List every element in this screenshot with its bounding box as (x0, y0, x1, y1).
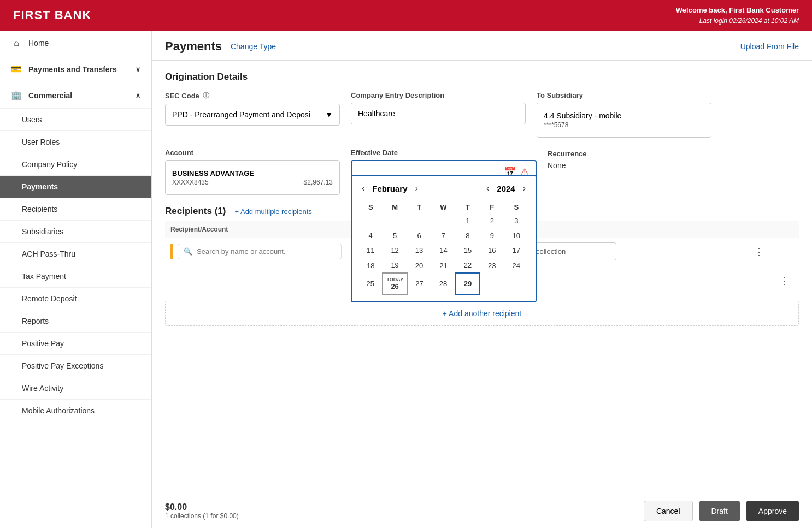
calendar-day-16[interactable]: 16 (480, 243, 504, 258)
calendar-day-18[interactable]: 18 (358, 258, 383, 273)
main-content: Payments Change Type Upload From File Or… (152, 31, 812, 528)
approve-button[interactable]: Approve (746, 501, 799, 521)
calendar-day-5[interactable]: 5 (383, 228, 407, 243)
calendar-day-4[interactable]: 4 (358, 228, 383, 243)
add-recipient-button[interactable]: + Add another recipient (165, 301, 799, 326)
calendar-day-10[interactable]: 10 (504, 228, 528, 243)
calendar-day-1[interactable]: 1 (456, 213, 480, 228)
sidebar-commercial-label: Commercial (28, 91, 72, 100)
sidebar-item-commercial[interactable]: 🏢 Commercial ∧ (0, 82, 151, 109)
sidebar-item-user-roles[interactable]: User Roles (0, 131, 151, 153)
add-multiple-button[interactable]: + Add multiple recipients (234, 207, 311, 216)
calendar-day-6[interactable]: 6 (407, 228, 431, 243)
calendar-day-25[interactable]: 25 (358, 273, 383, 294)
sidebar-positive-pay-exceptions-label: Positive Pay Exceptions (22, 361, 103, 370)
sidebar-item-wire-activity[interactable]: Wire Activity (0, 377, 151, 400)
subsidiary-name: 4.4 Subsidiary - mobile (544, 111, 704, 120)
sidebar-mobile-auth-label: Mobile Authorizations (22, 406, 95, 415)
row2-actions-button[interactable]: ⋮ (775, 272, 793, 289)
account-group: Account BUSINESS ADVANTAGE XXXXX8435 $2,… (165, 149, 340, 195)
upload-from-file-button[interactable]: Upload From File (740, 42, 799, 51)
chevron-down-icon: ▼ (325, 110, 333, 119)
calendar-day-26[interactable]: TODAY26 (383, 273, 407, 294)
calendar-day-7[interactable]: 7 (431, 228, 455, 243)
calendar-day-22[interactable]: 22 (456, 258, 480, 273)
prev-month-button[interactable]: ‹ (358, 182, 368, 194)
calendar-day-28[interactable]: 28 (431, 273, 455, 294)
empty-cell (724, 238, 744, 265)
sec-code-help-icon[interactable]: ⓘ (203, 91, 209, 100)
day-header-w: W (431, 201, 455, 213)
sidebar-item-positive-pay[interactable]: Positive Pay (0, 333, 151, 355)
day-header-t2: T (456, 201, 480, 213)
sec-code-select[interactable]: PPD - Prearranged Payment and Deposi ▼ (165, 104, 340, 126)
recurrence-label: Recurrence (548, 150, 587, 158)
calendar-day-24[interactable]: 24 (504, 258, 528, 273)
sidebar-home-label: Home (28, 39, 49, 48)
sidebar-item-mobile-auth[interactable]: Mobile Authorizations (0, 400, 151, 422)
footer-info: $0.00 1 collections (1 for $0.00) (165, 502, 239, 520)
sec-code-value: PPD - Prearranged Payment and Deposi (172, 110, 310, 119)
calendar-day-20[interactable]: 20 (407, 258, 431, 273)
next-month-button[interactable]: › (412, 182, 421, 194)
sidebar-item-users[interactable]: Users (0, 109, 151, 131)
calendar-day-15[interactable]: 15 (456, 243, 480, 258)
sidebar-item-recipients[interactable]: Recipients (0, 198, 151, 221)
calendar-day-13[interactable]: 13 (407, 243, 431, 258)
account-label: Account (165, 149, 340, 157)
calendar-day-29[interactable]: 29 (456, 273, 480, 294)
sidebar-payments-label: Payments and Transfers (28, 65, 117, 74)
calendar-day-9[interactable]: 9 (480, 228, 504, 243)
sidebar-subsidiaries-label: Subsidiaries (22, 227, 63, 236)
to-subsidiary-field[interactable]: 4.4 Subsidiary - mobile ****5678 (537, 103, 711, 138)
sidebar-item-home[interactable]: ⌂ Home (0, 31, 151, 56)
bank-logo: FIRST BANK (13, 8, 91, 22)
calendar-day-17[interactable]: 17 (504, 243, 528, 258)
calendar-day-27[interactable]: 27 (407, 273, 431, 294)
calendar-day-3[interactable]: 3 (504, 213, 528, 228)
sidebar-item-payments-transfers[interactable]: 💳 Payments and Transfers ∨ (0, 56, 151, 82)
calendar-day-8[interactable]: 8 (456, 228, 480, 243)
next-year-button[interactable]: › (520, 182, 529, 194)
collections-info: 1 collections (1 for $0.00) (165, 512, 239, 520)
sidebar-item-tax-payment[interactable]: Tax Payment (0, 265, 151, 288)
sidebar-item-payments[interactable]: Payments (0, 176, 151, 198)
calendar-day-12[interactable]: 12 (383, 243, 407, 258)
calendar-day-2[interactable]: 2 (480, 213, 504, 228)
calendar-day-14[interactable]: 14 (431, 243, 455, 258)
sidebar-recipients-label: Recipients (22, 205, 57, 213)
account-field[interactable]: BUSINESS ADVANTAGE XXXXX8435 $2,967.13 (165, 160, 340, 195)
sidebar-tax-label: Tax Payment (22, 272, 66, 281)
prev-year-button[interactable]: ‹ (483, 182, 492, 194)
calendar-day-11[interactable]: 11 (358, 243, 383, 258)
sidebar-item-positive-pay-exceptions[interactable]: Positive Pay Exceptions (0, 355, 151, 377)
calendar-day-19[interactable]: 19 (383, 258, 407, 273)
day-header-s: S (358, 201, 383, 213)
row-actions-button[interactable]: ⋮ (750, 244, 768, 259)
cancel-button[interactable]: Cancel (644, 501, 693, 521)
recurrence-group: Recurrence None (548, 149, 587, 170)
account-name: BUSINESS ADVANTAGE (172, 169, 333, 177)
sidebar-item-remote-deposit[interactable]: Remote Deposit (0, 288, 151, 310)
footer-actions: Cancel Draft Approve (644, 501, 799, 521)
calendar-day-21[interactable]: 21 (431, 258, 455, 273)
sidebar-ach-label: ACH Pass-Thru (22, 250, 75, 258)
recipient-search-input[interactable] (197, 247, 336, 256)
account-number: XXXXX8435 (172, 179, 209, 186)
sidebar-item-ach-pass-thru[interactable]: ACH Pass-Thru (0, 243, 151, 265)
sidebar-item-company-policy[interactable]: Company Policy (0, 153, 151, 176)
sidebar-item-subsidiaries[interactable]: Subsidiaries (0, 221, 151, 243)
sidebar-company-policy-label: Company Policy (22, 160, 77, 169)
recipient-search-field[interactable]: 🔍 (178, 244, 342, 259)
sidebar-item-reports[interactable]: Reports (0, 310, 151, 333)
draft-button[interactable]: Draft (699, 501, 740, 521)
sidebar-positive-pay-label: Positive Pay (22, 339, 64, 348)
total-amount: $0.00 (165, 502, 239, 512)
payments-icon: 💳 (11, 64, 22, 74)
sec-code-group: SEC Code ⓘ PPD - Prearranged Payment and… (165, 91, 340, 126)
change-type-button[interactable]: Change Type (231, 42, 276, 51)
company-entry-input[interactable] (351, 103, 526, 124)
calendar-popup: ‹ February › ‹ 2024 › (351, 175, 537, 302)
sidebar-wire-activity-label: Wire Activity (22, 384, 63, 393)
calendar-day-23[interactable]: 23 (480, 258, 504, 273)
